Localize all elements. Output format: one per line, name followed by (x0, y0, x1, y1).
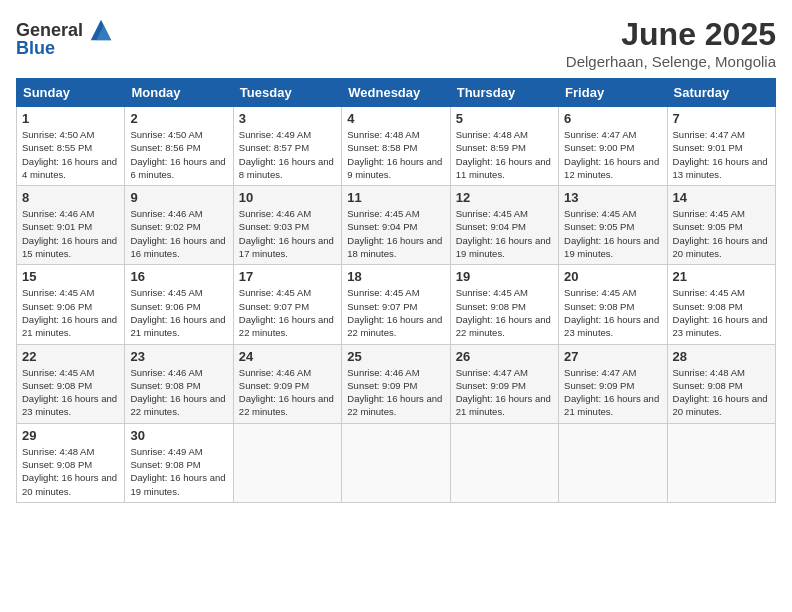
calendar-row: 15Sunrise: 4:45 AMSunset: 9:06 PMDayligh… (17, 265, 776, 344)
day-info: Sunrise: 4:46 AMSunset: 9:03 PMDaylight:… (239, 207, 336, 260)
day-number: 4 (347, 111, 444, 126)
day-number: 22 (22, 349, 119, 364)
header-monday: Monday (125, 79, 233, 107)
day-info: Sunrise: 4:47 AMSunset: 9:00 PMDaylight:… (564, 128, 661, 181)
table-row: 8Sunrise: 4:46 AMSunset: 9:01 PMDaylight… (17, 186, 125, 265)
table-row: 17Sunrise: 4:45 AMSunset: 9:07 PMDayligh… (233, 265, 341, 344)
day-number: 1 (22, 111, 119, 126)
table-row: 5Sunrise: 4:48 AMSunset: 8:59 PMDaylight… (450, 107, 558, 186)
calendar-row: 29Sunrise: 4:48 AMSunset: 9:08 PMDayligh… (17, 423, 776, 502)
day-info: Sunrise: 4:45 AMSunset: 9:04 PMDaylight:… (456, 207, 553, 260)
day-info: Sunrise: 4:48 AMSunset: 9:08 PMDaylight:… (22, 445, 119, 498)
day-number: 26 (456, 349, 553, 364)
day-info: Sunrise: 4:45 AMSunset: 9:07 PMDaylight:… (239, 286, 336, 339)
day-number: 19 (456, 269, 553, 284)
month-title: June 2025 (566, 16, 776, 53)
day-info: Sunrise: 4:45 AMSunset: 9:05 PMDaylight:… (564, 207, 661, 260)
table-row: 20Sunrise: 4:45 AMSunset: 9:08 PMDayligh… (559, 265, 667, 344)
day-info: Sunrise: 4:48 AMSunset: 8:59 PMDaylight:… (456, 128, 553, 181)
table-row (667, 423, 775, 502)
table-row: 25Sunrise: 4:46 AMSunset: 9:09 PMDayligh… (342, 344, 450, 423)
header-wednesday: Wednesday (342, 79, 450, 107)
day-info: Sunrise: 4:45 AMSunset: 9:08 PMDaylight:… (564, 286, 661, 339)
table-row: 15Sunrise: 4:45 AMSunset: 9:06 PMDayligh… (17, 265, 125, 344)
calendar-table: Sunday Monday Tuesday Wednesday Thursday… (16, 78, 776, 503)
table-row: 10Sunrise: 4:46 AMSunset: 9:03 PMDayligh… (233, 186, 341, 265)
weekday-header-row: Sunday Monday Tuesday Wednesday Thursday… (17, 79, 776, 107)
day-number: 2 (130, 111, 227, 126)
table-row (559, 423, 667, 502)
header: General Blue June 2025 Delgerhaan, Selen… (16, 16, 776, 70)
day-info: Sunrise: 4:46 AMSunset: 9:09 PMDaylight:… (239, 366, 336, 419)
table-row: 2Sunrise: 4:50 AMSunset: 8:56 PMDaylight… (125, 107, 233, 186)
day-info: Sunrise: 4:49 AMSunset: 9:08 PMDaylight:… (130, 445, 227, 498)
day-number: 24 (239, 349, 336, 364)
day-number: 11 (347, 190, 444, 205)
day-info: Sunrise: 4:46 AMSunset: 9:08 PMDaylight:… (130, 366, 227, 419)
day-info: Sunrise: 4:45 AMSunset: 9:08 PMDaylight:… (22, 366, 119, 419)
day-number: 16 (130, 269, 227, 284)
day-info: Sunrise: 4:48 AMSunset: 8:58 PMDaylight:… (347, 128, 444, 181)
table-row: 24Sunrise: 4:46 AMSunset: 9:09 PMDayligh… (233, 344, 341, 423)
day-number: 5 (456, 111, 553, 126)
table-row (233, 423, 341, 502)
header-thursday: Thursday (450, 79, 558, 107)
table-row: 11Sunrise: 4:45 AMSunset: 9:04 PMDayligh… (342, 186, 450, 265)
calendar-row: 22Sunrise: 4:45 AMSunset: 9:08 PMDayligh… (17, 344, 776, 423)
day-number: 3 (239, 111, 336, 126)
table-row: 19Sunrise: 4:45 AMSunset: 9:08 PMDayligh… (450, 265, 558, 344)
table-row: 4Sunrise: 4:48 AMSunset: 8:58 PMDaylight… (342, 107, 450, 186)
day-info: Sunrise: 4:48 AMSunset: 9:08 PMDaylight:… (673, 366, 770, 419)
day-number: 10 (239, 190, 336, 205)
day-number: 7 (673, 111, 770, 126)
day-number: 20 (564, 269, 661, 284)
logo-blue-text: Blue (16, 38, 55, 59)
table-row: 9Sunrise: 4:46 AMSunset: 9:02 PMDaylight… (125, 186, 233, 265)
table-row: 27Sunrise: 4:47 AMSunset: 9:09 PMDayligh… (559, 344, 667, 423)
day-info: Sunrise: 4:46 AMSunset: 9:02 PMDaylight:… (130, 207, 227, 260)
day-number: 17 (239, 269, 336, 284)
day-number: 18 (347, 269, 444, 284)
day-number: 9 (130, 190, 227, 205)
title-area: June 2025 Delgerhaan, Selenge, Mongolia (566, 16, 776, 70)
day-info: Sunrise: 4:50 AMSunset: 8:55 PMDaylight:… (22, 128, 119, 181)
day-number: 8 (22, 190, 119, 205)
table-row (450, 423, 558, 502)
table-row: 16Sunrise: 4:45 AMSunset: 9:06 PMDayligh… (125, 265, 233, 344)
header-sunday: Sunday (17, 79, 125, 107)
table-row: 28Sunrise: 4:48 AMSunset: 9:08 PMDayligh… (667, 344, 775, 423)
day-info: Sunrise: 4:50 AMSunset: 8:56 PMDaylight:… (130, 128, 227, 181)
day-info: Sunrise: 4:47 AMSunset: 9:09 PMDaylight:… (456, 366, 553, 419)
day-info: Sunrise: 4:45 AMSunset: 9:08 PMDaylight:… (673, 286, 770, 339)
calendar-row: 8Sunrise: 4:46 AMSunset: 9:01 PMDaylight… (17, 186, 776, 265)
table-row: 29Sunrise: 4:48 AMSunset: 9:08 PMDayligh… (17, 423, 125, 502)
day-number: 23 (130, 349, 227, 364)
table-row: 26Sunrise: 4:47 AMSunset: 9:09 PMDayligh… (450, 344, 558, 423)
day-number: 27 (564, 349, 661, 364)
header-saturday: Saturday (667, 79, 775, 107)
day-info: Sunrise: 4:45 AMSunset: 9:07 PMDaylight:… (347, 286, 444, 339)
location-title: Delgerhaan, Selenge, Mongolia (566, 53, 776, 70)
day-info: Sunrise: 4:49 AMSunset: 8:57 PMDaylight:… (239, 128, 336, 181)
table-row: 21Sunrise: 4:45 AMSunset: 9:08 PMDayligh… (667, 265, 775, 344)
day-number: 6 (564, 111, 661, 126)
day-info: Sunrise: 4:47 AMSunset: 9:09 PMDaylight:… (564, 366, 661, 419)
day-number: 12 (456, 190, 553, 205)
day-info: Sunrise: 4:47 AMSunset: 9:01 PMDaylight:… (673, 128, 770, 181)
day-info: Sunrise: 4:45 AMSunset: 9:06 PMDaylight:… (22, 286, 119, 339)
day-info: Sunrise: 4:45 AMSunset: 9:05 PMDaylight:… (673, 207, 770, 260)
logo-icon (87, 16, 115, 44)
day-number: 30 (130, 428, 227, 443)
table-row: 13Sunrise: 4:45 AMSunset: 9:05 PMDayligh… (559, 186, 667, 265)
header-tuesday: Tuesday (233, 79, 341, 107)
day-number: 28 (673, 349, 770, 364)
table-row: 23Sunrise: 4:46 AMSunset: 9:08 PMDayligh… (125, 344, 233, 423)
day-info: Sunrise: 4:46 AMSunset: 9:09 PMDaylight:… (347, 366, 444, 419)
table-row: 3Sunrise: 4:49 AMSunset: 8:57 PMDaylight… (233, 107, 341, 186)
day-number: 25 (347, 349, 444, 364)
table-row: 12Sunrise: 4:45 AMSunset: 9:04 PMDayligh… (450, 186, 558, 265)
table-row: 30Sunrise: 4:49 AMSunset: 9:08 PMDayligh… (125, 423, 233, 502)
day-info: Sunrise: 4:45 AMSunset: 9:08 PMDaylight:… (456, 286, 553, 339)
table-row: 6Sunrise: 4:47 AMSunset: 9:00 PMDaylight… (559, 107, 667, 186)
day-number: 15 (22, 269, 119, 284)
